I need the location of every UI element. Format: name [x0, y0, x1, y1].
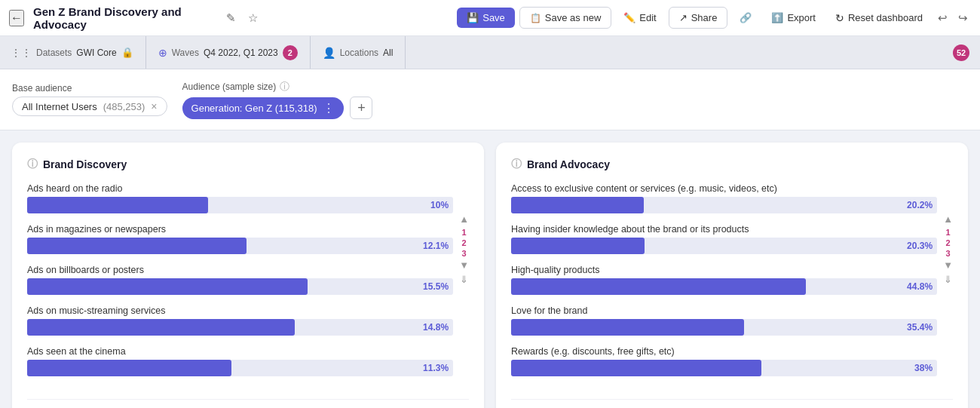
- save-as-new-button[interactable]: 📋 Save as new: [519, 7, 611, 29]
- sort-num-3[interactable]: 3: [462, 249, 467, 258]
- chart-row: Ads heard on the radio10%: [27, 183, 453, 213]
- edit-title-button[interactable]: ✎: [223, 8, 239, 28]
- link-icon: 🔗: [740, 12, 752, 23]
- remove-base-icon[interactable]: ×: [151, 100, 157, 112]
- redo-button[interactable]: ↪: [955, 8, 971, 28]
- audience-row: Base audience All Internet Users (485,25…: [0, 69, 980, 130]
- bar-fill: [27, 360, 231, 376]
- brand-discovery-footer: 👁 Audience % ▼ ⊞ Data table 📊 View in Ch…: [27, 399, 469, 408]
- bar-pct-label: 11.3%: [423, 363, 449, 373]
- audience-chip-menu-icon[interactable]: ⋮: [323, 101, 335, 115]
- sample-audience-col: Audience (sample size) ⓘ Generation: Gen…: [182, 80, 373, 119]
- chart-row-label: Ads in magazines or newspapers: [27, 224, 453, 235]
- share-icon: ↗: [679, 12, 688, 23]
- bar-fill: [27, 278, 308, 295]
- chart-row-label: Ads heard on the radio: [27, 183, 453, 194]
- bar-wrap: 38%: [511, 360, 937, 376]
- waves-filter[interactable]: ⊕ Waves Q4 2022, Q1 2023 2: [146, 36, 311, 69]
- chart-row-label: Love for the brand: [511, 305, 937, 316]
- bar-pct-label: 44.8%: [907, 281, 933, 292]
- locations-filter[interactable]: 👤 Locations All: [311, 36, 406, 69]
- chart-row: Having insider knowledge about the brand…: [511, 224, 937, 254]
- bar-pct-label: 35.4%: [907, 322, 933, 333]
- sort-num-2[interactable]: 2: [462, 238, 467, 247]
- sort-num-1[interactable]: 1: [946, 228, 951, 237]
- chart-row-label: Ads on billboards or posters: [27, 265, 453, 275]
- locations-badge: 52: [953, 44, 969, 61]
- undo-button[interactable]: ↩: [935, 8, 951, 28]
- sort-down-icon[interactable]: ▼: [943, 259, 953, 272]
- bar-fill: [511, 360, 761, 376]
- audience-chip[interactable]: Generation: Gen Z (115,318) ⋮: [182, 97, 345, 119]
- sample-info-icon: ⓘ: [280, 80, 289, 94]
- brand-advocacy-sort: ▲ 1 2 3 ▼ ⇓: [937, 183, 953, 387]
- save-as-icon: 📋: [530, 13, 541, 23]
- share-button[interactable]: ↗ Share: [669, 7, 728, 29]
- sort-dbl-down-icon[interactable]: ⇓: [944, 274, 952, 285]
- edit-icon: ✏️: [623, 12, 635, 23]
- add-audience-button[interactable]: +: [350, 97, 372, 119]
- lock-icon: 🔒: [121, 47, 133, 58]
- back-button[interactable]: ←: [9, 10, 24, 26]
- bar-pct-label: 15.5%: [423, 281, 449, 292]
- bar-wrap: 20.2%: [511, 197, 937, 213]
- chart-row: Ads on music-streaming services14.8%: [27, 305, 453, 336]
- link-button[interactable]: 🔗: [732, 8, 759, 28]
- bar-fill: [27, 319, 295, 336]
- sort-num-1[interactable]: 1: [462, 228, 467, 237]
- bar-wrap: 35.4%: [511, 319, 937, 336]
- sort-up-icon[interactable]: ▲: [943, 213, 953, 226]
- bar-fill: [511, 278, 806, 295]
- brand-discovery-bars: Ads heard on the radio10%Ads in magazine…: [27, 183, 453, 387]
- bar-fill: [27, 238, 247, 254]
- reset-dashboard-button[interactable]: ↻ Reset dashboard: [828, 8, 930, 29]
- brand-advocacy-bars: Access to exclusive content or services …: [511, 183, 937, 387]
- sort-num-3[interactable]: 3: [946, 249, 951, 258]
- chart-row: High-quality products44.8%: [511, 265, 937, 295]
- bar-pct-label: 10%: [430, 200, 449, 210]
- toolbar-buttons: 💾 Save 📋 Save as new ✏️ Edit ↗ Share 🔗 ⬆…: [457, 7, 971, 29]
- sort-up-icon[interactable]: ▲: [459, 213, 469, 226]
- bar-wrap: 12.1%: [27, 238, 453, 254]
- save-icon: 💾: [467, 12, 479, 23]
- brand-discovery-charts: Ads heard on the radio10%Ads in magazine…: [27, 183, 469, 387]
- save-button[interactable]: 💾 Save: [457, 8, 515, 28]
- chart-row-label: Ads on music-streaming services: [27, 305, 453, 316]
- brand-advocacy-card: ⓘ Brand Advocacy Access to exclusive con…: [496, 143, 968, 408]
- bar-pct-label: 20.3%: [907, 241, 933, 251]
- datasets-menu-icon: ⋮⋮: [11, 47, 32, 59]
- bar-pct-label: 20.2%: [907, 200, 933, 210]
- brand-advocacy-info-icon: ⓘ: [511, 158, 522, 171]
- base-audience-chip[interactable]: All Internet Users (485,253) ×: [12, 97, 167, 116]
- chart-row: Ads in magazines or newspapers12.1%: [27, 224, 453, 254]
- bar-wrap: 10%: [27, 197, 453, 213]
- sort-num-2[interactable]: 2: [946, 238, 951, 247]
- brand-advocacy-charts: Access to exclusive content or services …: [511, 183, 953, 387]
- chart-row: Ads seen at the cinema11.3%: [27, 346, 453, 376]
- brand-discovery-title: ⓘ Brand Discovery: [27, 158, 469, 171]
- export-button[interactable]: ⬆️ Export: [764, 8, 823, 28]
- chart-row: Access to exclusive content or services …: [511, 183, 937, 213]
- bar-wrap: 15.5%: [27, 278, 453, 295]
- edit-button[interactable]: ✏️ Edit: [616, 8, 663, 28]
- sort-down-icon[interactable]: ▼: [459, 259, 469, 272]
- brand-advocacy-title: ⓘ Brand Advocacy: [511, 158, 953, 171]
- chart-row-label: Rewards (e.g. discounts, free gifts, etc…: [511, 346, 937, 357]
- chart-row-label: High-quality products: [511, 265, 937, 275]
- base-audience-col: Base audience All Internet Users (485,25…: [12, 83, 167, 116]
- chart-row-label: Ads seen at the cinema: [27, 346, 453, 357]
- chart-row-label: Having insider knowledge about the brand…: [511, 224, 937, 235]
- chart-row: Ads on billboards or posters15.5%: [27, 265, 453, 295]
- sort-dbl-down-icon[interactable]: ⇓: [460, 274, 468, 285]
- bar-pct-label: 38%: [914, 363, 933, 373]
- brand-advocacy-footer: 👁 Audience % ▼ ⊞ Data table 📊 View in Ch…: [511, 399, 953, 408]
- bar-fill: [511, 319, 744, 336]
- datasets-filter[interactable]: ⋮⋮ Datasets GWI Core 🔒: [11, 36, 146, 69]
- bar-fill: [511, 238, 645, 254]
- star-button[interactable]: ☆: [245, 8, 261, 28]
- bar-pct-label: 14.8%: [423, 322, 449, 333]
- chart-row: Love for the brand35.4%: [511, 305, 937, 336]
- brand-discovery-info-icon: ⓘ: [27, 158, 38, 171]
- export-icon: ⬆️: [771, 12, 783, 23]
- reset-icon: ↻: [835, 12, 844, 24]
